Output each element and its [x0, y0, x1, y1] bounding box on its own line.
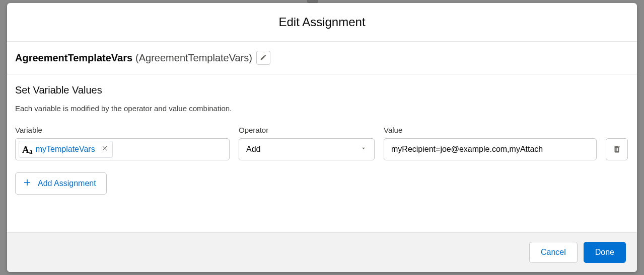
done-button[interactable]: Done	[584, 242, 626, 263]
operator-value: Add	[246, 145, 260, 154]
value-label: Value	[384, 126, 597, 134]
remove-pill-button[interactable]	[101, 145, 108, 154]
record-api-name: (AgreementTemplateVars)	[135, 52, 252, 64]
text-variable-icon: Aa	[22, 145, 33, 154]
variable-label: Variable	[15, 126, 230, 134]
add-assignment-button[interactable]: Add Assignment	[15, 172, 107, 195]
plus-icon	[23, 178, 32, 189]
pencil-icon	[260, 54, 267, 62]
delete-row-button[interactable]	[606, 138, 628, 160]
modal-body: Set Variable Values Each variable is mod…	[7, 74, 637, 232]
operator-select[interactable]: Add	[239, 138, 375, 160]
variable-pill: Aa myTemplateVars	[19, 141, 113, 158]
edit-name-button[interactable]	[256, 51, 270, 65]
chevron-down-icon	[360, 145, 367, 154]
section-description: Each variable is modified by the operato…	[15, 104, 629, 113]
modal-footer: Cancel Done	[7, 232, 637, 272]
variable-input[interactable]: Aa myTemplateVars	[15, 138, 230, 160]
record-name-row: AgreementTemplateVars (AgreementTemplate…	[7, 42, 637, 74]
edit-assignment-modal: Edit Assignment AgreementTemplateVars (A…	[7, 3, 637, 272]
modal-header: Edit Assignment	[7, 3, 637, 42]
trash-icon	[612, 144, 621, 155]
record-label: AgreementTemplateVars	[15, 52, 132, 64]
modal-title: Edit Assignment	[7, 15, 637, 29]
close-icon	[101, 145, 108, 154]
cancel-button[interactable]: Cancel	[529, 242, 578, 263]
add-assignment-label: Add Assignment	[38, 179, 96, 188]
variable-pill-text: myTemplateVars	[36, 145, 95, 154]
assignment-row: Variable Aa myTemplateVars	[15, 126, 629, 160]
value-input[interactable]	[384, 138, 597, 160]
section-title: Set Variable Values	[15, 84, 629, 96]
operator-label: Operator	[239, 126, 375, 134]
